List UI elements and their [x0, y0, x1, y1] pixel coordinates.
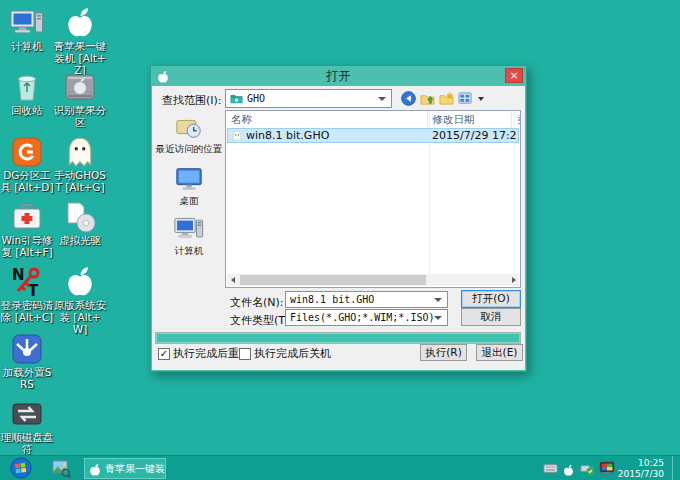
shutdown-checkbox-label: 执行完成后关机 — [254, 346, 331, 361]
scroll-right-arrow[interactable] — [508, 274, 519, 286]
sidebar-item-label: 桌面 — [180, 195, 199, 208]
check-icon: ✓ — [160, 348, 168, 359]
file-date: 2015/7/29 17:27 — [432, 129, 516, 142]
cancel-button[interactable]: 取消 — [461, 308, 521, 326]
sidebar-item-recent-places[interactable]: 最近访问的位置 — [156, 112, 222, 156]
desktop-icon-label: 回收站 — [11, 105, 43, 117]
sidebar-item-desktop[interactable]: 桌面 — [156, 164, 222, 208]
open-button[interactable]: 打开(O) — [461, 290, 521, 308]
desktop-icon-password-clear[interactable]: 登录密码清除 [Alt+C] — [0, 265, 54, 324]
exit-button-label: 退出(E) — [482, 346, 518, 360]
computer-icon — [174, 214, 204, 244]
taskbar-app-button[interactable]: 青苹果一键装机 — [84, 458, 166, 479]
dropdown-arrow-icon — [434, 316, 442, 320]
open-dialog: 打开 × 查找范围(I): GHO 最近访问的位置 — [150, 65, 527, 372]
dialog-client-area: 查找范围(I): GHO 最近访问的位置 桌面 — [152, 86, 525, 370]
desktop-icon-dg-partition[interactable]: DG分区工具 [Alt+D] — [0, 135, 54, 194]
desktop-icon-virtual-cd[interactable]: 虚拟光驱 — [53, 200, 107, 247]
filename-combobox[interactable]: win8.1 bit.GHO — [285, 291, 448, 308]
taskbar: 青苹果一键装机 10:25 2015/7/30 — [0, 455, 680, 480]
sidebar-item-computer[interactable]: 计算机 — [156, 214, 222, 258]
picture-viewer-icon[interactable] — [52, 459, 71, 478]
desktop-icon-label: 理顺磁盘盘符 — [0, 432, 54, 456]
clock-date: 2015/7/30 — [608, 469, 664, 480]
cancel-button-label: 取消 — [481, 310, 502, 324]
look-in-value: GHO — [247, 93, 265, 104]
back-button[interactable] — [401, 91, 416, 106]
clock-time: 10:25 — [608, 458, 664, 469]
desktop-icon-label: 加载外置SRS — [0, 367, 54, 391]
new-folder-button[interactable] — [439, 91, 454, 106]
ghost-icon — [63, 135, 97, 169]
file-name: win8.1 bit.GHO — [246, 129, 329, 142]
green-apple-tray-icon[interactable] — [562, 462, 575, 475]
dialog-toolbar — [401, 91, 484, 106]
restart-checkbox[interactable]: ✓ — [158, 348, 170, 360]
desktop-icon-detect-apple-partition[interactable]: 识别苹果分区 — [53, 70, 107, 129]
desktop-icon-label: 登录密码清除 [Alt+C] — [0, 300, 54, 324]
desktop-icon-computer[interactable]: 计算机 — [0, 6, 54, 53]
desktop-icon-label: 手动GHOST [Alt+G] — [53, 170, 107, 194]
desktop-icon-manual-ghost[interactable]: 手动GHOST [Alt+G] — [53, 135, 107, 194]
view-menu-caret-icon[interactable] — [478, 97, 484, 101]
recycle-bin-icon — [10, 70, 44, 104]
desktop-icon-label: 识别苹果分区 — [53, 105, 107, 129]
open-button-label: 打开(O) — [472, 292, 509, 306]
filename-label: 文件名(N): — [230, 295, 284, 310]
white-apple-icon — [63, 6, 97, 40]
horizontal-scrollbar[interactable] — [227, 274, 519, 286]
file-row-selected[interactable]: win8.1 bit.GHO 2015/7/29 17:27 — [227, 128, 519, 143]
filename-value: win8.1 bit.GHO — [290, 294, 374, 305]
filetype-label: 文件类型(T): — [230, 313, 293, 328]
taskbar-clock[interactable]: 10:25 2015/7/30 — [608, 458, 664, 479]
dropdown-arrow-icon — [434, 298, 442, 302]
virtual-cd-icon — [63, 200, 97, 234]
file-list[interactable]: 名称 修改日期 类型 win8.1 bit.GHO 2015/7/29 17:2… — [225, 110, 521, 288]
restart-checkbox-group[interactable]: ✓ 执行完成后重启 — [158, 346, 250, 361]
desktop-icon-green-apple-installer[interactable]: 青苹果一键装机 [Alt+Z] — [53, 6, 107, 76]
filetype-combobox[interactable]: Files(*.GHO;*.WIM;*.ISO) — [285, 309, 448, 326]
start-button[interactable] — [10, 457, 32, 479]
filetype-value: Files(*.GHO;*.WIM;*.ISO) — [290, 312, 435, 323]
hdd-apple-icon — [63, 70, 97, 104]
first-aid-icon — [10, 200, 44, 234]
disk-order-icon — [10, 397, 44, 431]
desktop-icon-recycle-bin[interactable]: 回收站 — [0, 70, 54, 117]
taskbar-app-label: 青苹果一键装机 — [105, 462, 165, 476]
close-button[interactable]: × — [505, 68, 523, 83]
execute-button[interactable]: 执行(R) — [420, 344, 467, 361]
column-header-name[interactable]: 名称 — [226, 111, 428, 127]
usb-safely-remove-icon[interactable] — [580, 461, 595, 476]
progress-bar — [155, 332, 521, 344]
desktop-icon-original-system-install[interactable]: 原版系统安装 [Alt+W] — [53, 265, 107, 335]
desktop-icon-label: Win引导修复 [Alt+F] — [0, 235, 54, 259]
desktop-icon-disk-order[interactable]: 理顺磁盘盘符 — [0, 397, 54, 456]
sidebar-item-label: 计算机 — [175, 245, 204, 258]
shutdown-checkbox-group[interactable]: 执行完成后关机 — [239, 346, 331, 361]
close-icon: × — [509, 69, 518, 82]
desktop-icon-label: DG分区工具 [Alt+D] — [0, 170, 54, 194]
desktop-icon-load-srs[interactable]: 加载外置SRS — [0, 332, 54, 391]
desktop-icon-label: 虚拟光驱 — [59, 235, 101, 247]
dialog-titlebar[interactable]: 打开 × — [151, 66, 526, 86]
desktop[interactable]: 计算机 回收站 DG分区工具 [Alt+D] Win引导修复 [Alt+F] 登… — [0, 0, 680, 480]
exit-button[interactable]: 退出(E) — [476, 344, 523, 361]
dialog-title: 打开 — [327, 68, 351, 85]
look-in-combobox[interactable]: GHO — [225, 89, 392, 108]
input-method-icon[interactable] — [543, 461, 558, 476]
view-menu-button[interactable] — [458, 91, 473, 106]
column-header-date[interactable]: 修改日期 — [428, 111, 512, 127]
scroll-left-arrow[interactable] — [227, 274, 238, 286]
desktop-icon-win-boot-repair[interactable]: Win引导修复 [Alt+F] — [0, 200, 54, 259]
left-arrow-icon — [231, 277, 235, 283]
nt-key-icon — [10, 265, 44, 299]
scrollbar-thumb[interactable] — [240, 275, 426, 285]
up-one-level-button[interactable] — [420, 91, 435, 106]
shutdown-checkbox[interactable] — [239, 348, 251, 360]
app-apple-icon — [156, 69, 170, 83]
show-desktop-button[interactable] — [672, 456, 680, 480]
recent-places-icon — [174, 112, 204, 142]
desktop-monitor-icon — [174, 164, 204, 194]
white-apple-icon — [63, 265, 97, 299]
file-list-header: 名称 修改日期 类型 — [226, 111, 520, 127]
